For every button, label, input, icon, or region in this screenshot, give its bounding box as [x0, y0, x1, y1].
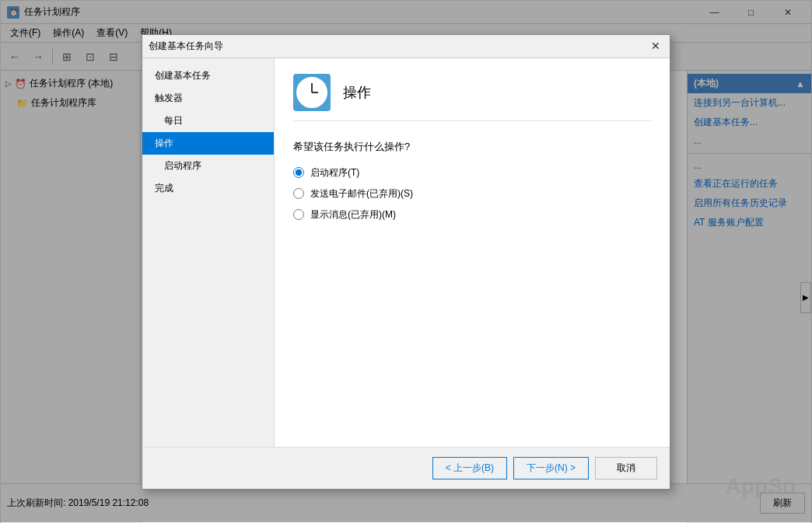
modal-overlay: 创建基本任务向导 ✕ 创建基本任务 触发器 每日 操作 启动程序 完成 [1, 1, 811, 522]
main-window: ⏰ 任务计划程序 — □ ✕ 文件(F) 操作(A) 查看(V) 帮助(H) ←… [0, 0, 812, 523]
dialog-title-bar: 创建基本任务向导 ✕ [142, 35, 670, 58]
cancel-button[interactable]: 取消 [595, 457, 657, 479]
dialog-nav-daily[interactable]: 每日 [142, 110, 274, 132]
dialog-header-icon [293, 74, 331, 111]
dialog-nav-trigger[interactable]: 触发器 [142, 87, 274, 110]
dialog-close-button[interactable]: ✕ [648, 38, 663, 54]
dialog-header: 操作 [293, 74, 651, 121]
radio-send-email[interactable] [293, 188, 304, 199]
radio-question: 希望该任务执行什么操作? [293, 140, 651, 154]
prev-button[interactable]: < 上一步(B) [432, 457, 507, 479]
dialog-main: 操作 希望该任务执行什么操作? 启动程序(T) 发送电子邮件(已弃用)(S) [275, 58, 670, 447]
radio-option-show-msg[interactable]: 显示消息(已弃用)(M) [293, 208, 651, 221]
clock-icon [296, 77, 327, 108]
radio-start-program[interactable] [293, 167, 304, 178]
dialog: 创建基本任务向导 ✕ 创建基本任务 触发器 每日 操作 启动程序 完成 [142, 34, 670, 490]
radio-send-email-label: 发送电子邮件(已弃用)(S) [310, 187, 413, 200]
dialog-footer: < 上一步(B) 下一步(N) > 取消 [142, 447, 670, 489]
dialog-title: 创建基本任务向导 [149, 40, 648, 53]
dialog-nav: 创建基本任务 触发器 每日 操作 启动程序 完成 [142, 58, 275, 447]
radio-show-msg-label: 显示消息(已弃用)(M) [310, 208, 396, 221]
dialog-nav-finish[interactable]: 完成 [142, 177, 274, 200]
radio-option-start-program[interactable]: 启动程序(T) [293, 166, 651, 180]
next-button[interactable]: 下一步(N) > [513, 457, 589, 479]
dialog-header-title: 操作 [343, 83, 371, 102]
dialog-nav-action[interactable]: 操作 [142, 132, 274, 155]
dialog-content: 创建基本任务 触发器 每日 操作 启动程序 完成 操作 [142, 58, 670, 447]
dialog-nav-create[interactable]: 创建基本任务 [142, 65, 274, 87]
radio-show-msg[interactable] [293, 209, 304, 220]
radio-start-program-label: 启动程序(T) [310, 166, 359, 180]
dialog-nav-start-program[interactable]: 启动程序 [142, 155, 274, 177]
radio-option-send-email[interactable]: 发送电子邮件(已弃用)(S) [293, 187, 651, 200]
